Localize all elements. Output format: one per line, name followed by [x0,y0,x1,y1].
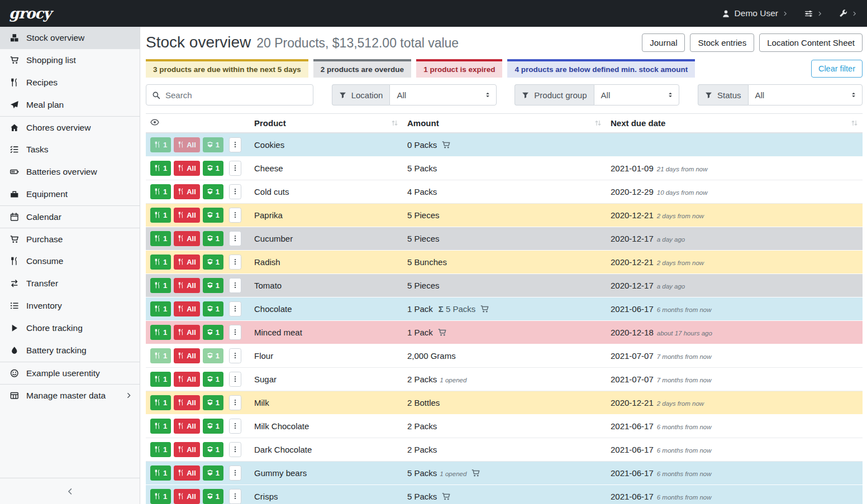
consume-one-button[interactable]: 1 [150,465,171,481]
sidebar-item-shopping-list[interactable]: Shopping list [0,49,140,71]
open-one-button[interactable]: 1 [203,184,223,199]
user-menu[interactable]: Demo User [722,8,788,18]
product-group-filter-select[interactable]: All [594,84,680,105]
consume-one-button[interactable]: 1 [150,325,171,340]
row-menu-button[interactable] [229,278,241,293]
sidebar-item-inventory[interactable]: Inventory [0,295,140,317]
sidebar-item-consume[interactable]: Consume [0,250,140,272]
amount-column-header[interactable]: Amount [403,114,606,133]
next-due-date-column-header[interactable]: Next due date [606,114,863,133]
consume-one-button[interactable]: 1 [150,208,171,223]
status-filter[interactable]: Status All [698,84,863,105]
sidebar-item-chore-tracking[interactable]: Chore tracking [0,317,140,339]
sidebar-item-meal-plan[interactable]: Meal plan [0,94,140,116]
settings-menu[interactable] [804,9,822,18]
consume-all-button[interactable]: All [174,372,200,387]
open-one-button[interactable]: 1 [203,161,223,176]
consume-one-button[interactable]: 1 [150,301,171,316]
search-input[interactable] [165,90,307,100]
consume-all-button[interactable]: All [174,325,200,340]
consume-all-button[interactable]: All [174,348,200,363]
consume-one-button[interactable]: 1 [150,278,171,293]
open-one-button[interactable]: 1 [203,255,223,270]
status-banner[interactable]: 4 products are below defined min. stock … [507,59,695,78]
sidebar-item-recipes[interactable]: Recipes [0,71,140,94]
status-banner[interactable]: 1 product is expired [416,59,502,78]
consume-one-button[interactable]: 1 [150,161,171,176]
consume-all-button[interactable]: All [174,231,200,246]
consume-all-button[interactable]: All [174,161,200,176]
consume-one-button[interactable]: 1 [150,419,171,434]
consume-all-button[interactable]: All [174,465,200,481]
sidebar-item-example-userentity[interactable]: Example userentity [0,362,140,384]
open-one-button[interactable]: 1 [203,348,223,363]
location-content-sheet-button[interactable]: Location Content Sheet [759,33,863,52]
sidebar-item-tasks[interactable]: Tasks [0,138,140,161]
open-one-button[interactable]: 1 [203,442,223,457]
product-group-filter[interactable]: Product group All [515,84,679,105]
open-one-button[interactable]: 1 [203,278,223,293]
brand-logo[interactable]: grocy [9,5,51,22]
clear-filter-button[interactable]: Clear filter [811,60,863,78]
row-menu-button[interactable] [229,231,241,246]
row-menu-button[interactable] [229,161,241,176]
consume-one-button[interactable]: 1 [150,255,171,270]
eye-icon[interactable] [150,118,159,127]
admin-menu[interactable] [839,9,857,18]
open-one-button[interactable]: 1 [203,301,223,316]
status-filter-select[interactable]: All [748,84,863,105]
stock-entries-button[interactable]: Stock entries [690,33,754,52]
open-one-button[interactable]: 1 [203,465,223,481]
sidebar-item-transfer[interactable]: Transfer [0,272,140,295]
consume-all-button[interactable]: All [174,419,200,434]
sidebar-item-batteries-overview[interactable]: Batteries overview [0,161,140,183]
row-menu-button[interactable] [229,208,241,223]
consume-one-button[interactable]: 1 [150,489,171,504]
consume-one-button[interactable]: 1 [150,137,171,152]
consume-one-button[interactable]: 1 [150,184,171,199]
consume-all-button[interactable]: All [174,184,200,199]
journal-button[interactable]: Journal [642,33,685,52]
open-one-button[interactable]: 1 [203,489,223,504]
row-menu-button[interactable] [229,184,241,199]
sidebar-collapse-button[interactable] [0,478,140,504]
sidebar-item-stock-overview[interactable]: Stock overview [0,27,140,49]
consume-all-button[interactable]: All [174,301,200,316]
consume-all-button[interactable]: All [174,442,200,457]
row-menu-button[interactable] [229,301,241,316]
row-menu-button[interactable] [229,489,241,504]
sidebar-item-chores-overview[interactable]: Chores overview [0,116,140,138]
column-visibility-header[interactable] [146,114,250,133]
row-menu-button[interactable] [229,419,241,434]
row-menu-button[interactable] [229,465,241,481]
status-banner[interactable]: 2 products are overdue [313,59,411,78]
consume-one-button[interactable]: 1 [150,395,171,410]
sidebar-item-manage-master-data[interactable]: Manage master data [0,384,140,406]
row-menu-button[interactable] [229,372,241,387]
status-banner[interactable]: 3 products are due within the next 5 day… [146,59,308,78]
sidebar-item-battery-tracking[interactable]: Battery tracking [0,339,140,362]
row-menu-button[interactable] [229,325,241,340]
location-filter[interactable]: Location All [332,84,497,105]
open-one-button[interactable]: 1 [203,372,223,387]
consume-all-button[interactable]: All [174,278,200,293]
sidebar-item-purchase[interactable]: Purchase [0,228,140,250]
row-menu-button[interactable] [229,442,241,457]
consume-all-button[interactable]: All [174,255,200,270]
open-one-button[interactable]: 1 [203,325,223,340]
open-one-button[interactable]: 1 [203,208,223,223]
open-one-button[interactable]: 1 [203,419,223,434]
row-menu-button[interactable] [229,255,241,270]
open-one-button[interactable]: 1 [203,137,223,152]
consume-all-button[interactable]: All [174,489,200,504]
consume-one-button[interactable]: 1 [150,372,171,387]
open-one-button[interactable]: 1 [203,231,223,246]
row-menu-button[interactable] [229,137,241,152]
consume-all-button[interactable]: All [174,395,200,410]
consume-all-button[interactable]: All [174,137,200,152]
open-one-button[interactable]: 1 [203,395,223,410]
sidebar-item-calendar[interactable]: Calendar [0,205,140,228]
row-menu-button[interactable] [229,348,241,363]
sidebar-item-equipment[interactable]: Equipment [0,183,140,205]
row-menu-button[interactable] [229,395,241,410]
